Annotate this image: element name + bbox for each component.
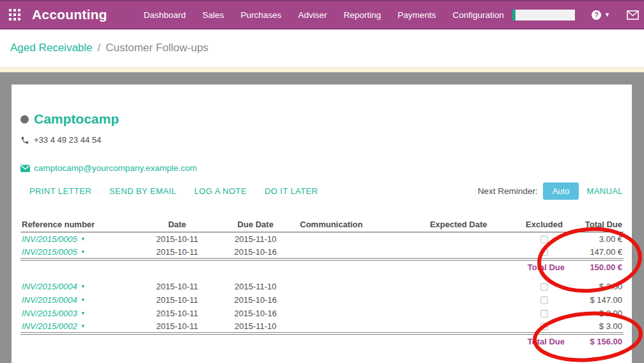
invoice-expected-date[interactable] bbox=[395, 307, 522, 320]
invoice-total-due: 3.00 € bbox=[566, 232, 624, 246]
group-total-row: Total Due 150.00 € bbox=[20, 259, 624, 275]
col-header-due-date: Due Date bbox=[212, 219, 299, 232]
menu-item-dashboard[interactable]: Dashboard bbox=[136, 10, 194, 20]
menu-item-configuration[interactable]: Configuration bbox=[444, 10, 512, 20]
envelope-icon bbox=[20, 165, 30, 172]
menu-item-adviser[interactable]: Adviser bbox=[290, 10, 335, 20]
invoice-date: 2015-10-11 bbox=[142, 246, 212, 259]
invoice-reference-link[interactable]: INV/2015/0003 bbox=[22, 309, 77, 318]
invoice-total-due: $ 3.00 bbox=[566, 307, 624, 320]
menu-item-reporting[interactable]: Reporting bbox=[335, 10, 389, 20]
chevron-down-icon[interactable]: ▼ bbox=[81, 297, 86, 303]
excluded-checkbox[interactable] bbox=[540, 283, 548, 291]
invoice-communication bbox=[299, 232, 395, 246]
invoice-communication bbox=[299, 320, 395, 334]
col-header-reference: Reference number bbox=[20, 219, 142, 232]
print-letter-button[interactable]: PRINT LETTER bbox=[29, 186, 91, 196]
breadcrumb-separator: / bbox=[98, 42, 101, 54]
excluded-checkbox[interactable] bbox=[540, 248, 548, 256]
help-menu[interactable]: ? ▼ bbox=[592, 10, 610, 20]
customer-name[interactable]: Camptocamp bbox=[34, 111, 119, 127]
chevron-down-icon[interactable]: ▼ bbox=[81, 311, 86, 316]
followup-table-usd: INV/2015/0004▼ 2015-10-11 2015-11-10 $ 3… bbox=[20, 280, 624, 349]
invoice-total-due: 147.00 € bbox=[566, 246, 624, 259]
invoice-reference-link[interactable]: INV/2015/0002 bbox=[22, 321, 77, 331]
invoice-row: INV/2015/0005▼ 2015-10-11 2015-11-10 3.0… bbox=[20, 232, 624, 246]
invoice-due-date: 2015-11-10 bbox=[212, 280, 299, 293]
invoice-expected-date[interactable] bbox=[395, 232, 522, 246]
main-menu: Dashboard Sales Purchases Adviser Report… bbox=[136, 10, 513, 20]
planner-progress-bar[interactable] bbox=[512, 10, 575, 20]
invoice-due-date: 2015-11-10 bbox=[212, 320, 299, 334]
breadcrumb-link-aged-receivable[interactable]: Aged Receivable bbox=[10, 42, 93, 54]
customer-phone-row: +33 4 49 23 44 54 bbox=[20, 135, 623, 145]
chevron-down-icon[interactable]: ▼ bbox=[81, 323, 86, 329]
invoice-reference-link[interactable]: INV/2015/0005 bbox=[22, 247, 77, 257]
invoice-communication bbox=[299, 280, 395, 293]
send-by-email-button[interactable]: SEND BY EMAIL bbox=[109, 186, 177, 196]
chevron-down-icon[interactable]: ▼ bbox=[81, 249, 86, 255]
grid-icon bbox=[9, 9, 20, 20]
invoice-expected-date[interactable] bbox=[395, 246, 522, 259]
table-header-row: Reference number Date Due Date Communica… bbox=[20, 219, 624, 232]
messages-button[interactable] bbox=[627, 10, 639, 20]
invoice-date: 2015-10-11 bbox=[142, 232, 212, 246]
invoice-total-due: $ 3.00 bbox=[566, 280, 624, 293]
group-total-row: Total Due $ 156.00 bbox=[20, 334, 624, 349]
customer-phone: +33 4 49 23 44 54 bbox=[34, 135, 101, 145]
invoice-date: 2015-10-11 bbox=[142, 307, 212, 320]
menu-item-payments[interactable]: Payments bbox=[389, 10, 444, 20]
invoice-reference-link[interactable]: INV/2015/0004 bbox=[22, 282, 77, 291]
phone-icon bbox=[20, 136, 30, 145]
invoice-due-date: 2015-10-16 bbox=[212, 307, 299, 320]
invoice-row: INV/2015/0005▼ 2015-10-11 2015-10-16 147… bbox=[20, 246, 624, 259]
invoice-date: 2015-10-11 bbox=[142, 280, 212, 293]
planner-progress-fill bbox=[512, 10, 515, 20]
excluded-checkbox[interactable] bbox=[540, 310, 548, 318]
customer-email-link[interactable]: camptocamp@yourcompany.example.com bbox=[34, 163, 197, 173]
customer-header: Camptocamp bbox=[20, 111, 623, 127]
reminder-auto-button[interactable]: Auto bbox=[543, 182, 579, 200]
notice-strip bbox=[0, 67, 644, 72]
invoice-row: INV/2015/0003▼ 2015-10-11 2015-10-16 $ 3… bbox=[20, 307, 624, 320]
invoice-total-due: $ 147.00 bbox=[566, 293, 624, 307]
status-dot-icon bbox=[20, 115, 29, 124]
total-due-amount: 150.00 € bbox=[566, 259, 624, 275]
invoice-due-date: 2015-10-16 bbox=[212, 246, 299, 259]
invoice-row: INV/2015/0002▼ 2015-10-11 2015-11-10 $ 3… bbox=[20, 320, 624, 334]
excluded-checkbox[interactable] bbox=[540, 323, 548, 330]
invoice-expected-date[interactable] bbox=[395, 280, 522, 293]
envelope-icon bbox=[627, 10, 639, 20]
col-header-date: Date bbox=[142, 219, 212, 232]
followup-sheet: Camptocamp +33 4 49 23 44 54 camptocamp@… bbox=[12, 85, 632, 363]
col-header-communication: Communication bbox=[299, 219, 395, 232]
customer-email-row: camptocamp@yourcompany.example.com bbox=[20, 163, 623, 173]
navbar-right: ? ▼ 21 bbox=[512, 10, 644, 20]
excluded-checkbox[interactable] bbox=[540, 296, 548, 304]
invoice-due-date: 2015-11-10 bbox=[212, 232, 299, 246]
chevron-down-icon[interactable]: ▼ bbox=[81, 236, 86, 242]
invoice-reference-link[interactable]: INV/2015/0004 bbox=[22, 295, 77, 305]
app-title: Accounting bbox=[32, 7, 107, 22]
invoice-total-due: $ 3.00 bbox=[566, 320, 624, 334]
log-a-note-button[interactable]: LOG A NOTE bbox=[194, 186, 247, 196]
invoice-expected-date[interactable] bbox=[395, 293, 522, 307]
invoice-communication bbox=[299, 293, 395, 307]
invoice-row: INV/2015/0004▼ 2015-10-11 2015-11-10 $ 3… bbox=[20, 280, 624, 293]
help-icon: ? bbox=[592, 10, 601, 20]
invoice-reference-link[interactable]: INV/2015/0005 bbox=[22, 234, 77, 244]
col-header-excluded: Excluded bbox=[522, 219, 566, 232]
do-it-later-button[interactable]: DO IT LATER bbox=[265, 186, 318, 196]
breadcrumb-current: Customer Follow-ups bbox=[106, 42, 208, 54]
reminder-manual-button[interactable]: MANUAL bbox=[586, 186, 623, 196]
chevron-down-icon[interactable]: ▼ bbox=[81, 284, 86, 289]
invoice-communication bbox=[299, 246, 395, 259]
next-reminder-label: Next Reminder: bbox=[478, 186, 538, 196]
invoice-expected-date[interactable] bbox=[395, 320, 522, 334]
menu-item-purchases[interactable]: Purchases bbox=[232, 10, 290, 20]
menu-item-sales[interactable]: Sales bbox=[194, 10, 233, 20]
apps-grid-icon[interactable] bbox=[9, 6, 20, 23]
excluded-checkbox[interactable] bbox=[540, 236, 548, 243]
col-header-expected-date: Expected Date bbox=[395, 219, 522, 232]
followup-table-eur: Reference number Date Due Date Communica… bbox=[20, 219, 624, 275]
